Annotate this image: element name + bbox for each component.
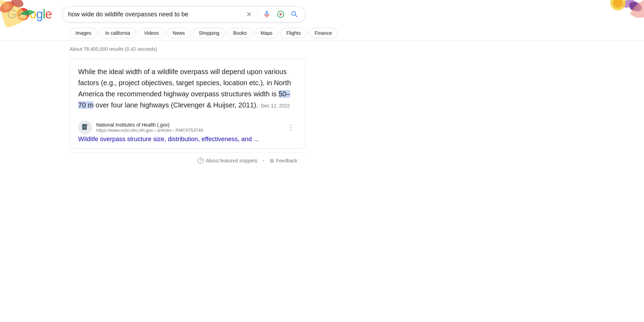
svg-rect-13 xyxy=(83,127,86,127)
featured-snippet: While the ideal width of a wildlife over… xyxy=(69,59,306,149)
snippet-date: Dec 12, 2022 xyxy=(261,103,290,108)
tab-maps[interactable]: Maps xyxy=(255,28,278,38)
tab-flights[interactable]: Flights xyxy=(280,28,306,38)
lens-button[interactable] xyxy=(276,9,286,19)
results-area: About 78,400,000 results (0.42 seconds) … xyxy=(0,41,313,176)
google-logo[interactable]: G ☕ o g l e xyxy=(7,7,52,22)
logo-l: l xyxy=(43,7,45,22)
search-icon xyxy=(290,10,299,18)
help-circle-icon: ? xyxy=(198,158,204,164)
results-count: About 78,400,000 results (0.42 seconds) xyxy=(69,46,306,52)
dot-separator: ● xyxy=(263,160,264,162)
logo-cup-icon: ☕ xyxy=(17,8,29,21)
lens-icon xyxy=(276,10,285,18)
header: G ☕ o g l e how wide do wildlife overpas… xyxy=(0,0,644,26)
snippet-text-before: While the ideal width of a wildlife over… xyxy=(78,68,291,98)
mic-icon xyxy=(263,10,271,18)
tab-news[interactable]: News xyxy=(167,28,191,38)
clear-icon xyxy=(246,11,253,18)
search-divider xyxy=(257,10,258,18)
source-info: National Institutes of Health (.gov) htt… xyxy=(96,122,280,133)
source-name: National Institutes of Health (.gov) xyxy=(96,122,280,128)
logo-g: G xyxy=(7,7,16,22)
search-tabs: ImagesIn californiaVideosNewsShoppingBoo… xyxy=(0,26,644,41)
logo-e: e xyxy=(45,7,52,22)
search-icons xyxy=(245,9,299,19)
feedback-button[interactable]: ⊞ Feedback xyxy=(270,158,297,163)
tab-videos[interactable]: Videos xyxy=(138,28,165,38)
svg-point-9 xyxy=(280,13,282,15)
tab-finance[interactable]: Finance xyxy=(309,28,338,38)
feedback-label: Feedback xyxy=(276,158,297,163)
svg-rect-12 xyxy=(83,126,86,126)
nih-favicon-icon xyxy=(81,123,89,131)
clear-button[interactable] xyxy=(245,10,253,18)
tab-books[interactable]: Books xyxy=(227,28,253,38)
source-link[interactable]: Wildlife overpass structure size, distri… xyxy=(78,136,297,143)
search-bar: how wide do wildlife overpasses need to … xyxy=(62,6,305,22)
about-snippets-label: About featured snippets xyxy=(206,158,257,163)
tab-in-california[interactable]: In california xyxy=(99,28,136,38)
snippet-text: While the ideal width of a wildlife over… xyxy=(78,66,297,111)
search-button[interactable] xyxy=(290,9,299,19)
search-input[interactable]: how wide do wildlife overpasses need to … xyxy=(68,11,241,18)
tab-shopping[interactable]: Shopping xyxy=(193,28,225,38)
feedback-bar: ? About featured snippets ● ⊞ Feedback xyxy=(69,152,306,169)
mic-button[interactable] xyxy=(262,9,272,19)
source-url: https://www.ncbi.nlm.nih.gov › articles … xyxy=(96,128,280,133)
source-favicon xyxy=(78,120,92,134)
more-options-button[interactable]: ⋮ xyxy=(284,122,297,133)
feedback-icon: ⊞ xyxy=(270,158,274,163)
logo-o2: o xyxy=(30,7,36,22)
about-snippets-button[interactable]: ? About featured snippets xyxy=(198,158,257,164)
snippet-text-after: over four lane highways (Clevenger & Hui… xyxy=(93,101,258,109)
svg-rect-14 xyxy=(83,128,85,128)
logo-g2: g xyxy=(36,7,43,22)
snippet-source: National Institutes of Health (.gov) htt… xyxy=(78,116,297,134)
tab-images[interactable]: Images xyxy=(69,28,97,38)
